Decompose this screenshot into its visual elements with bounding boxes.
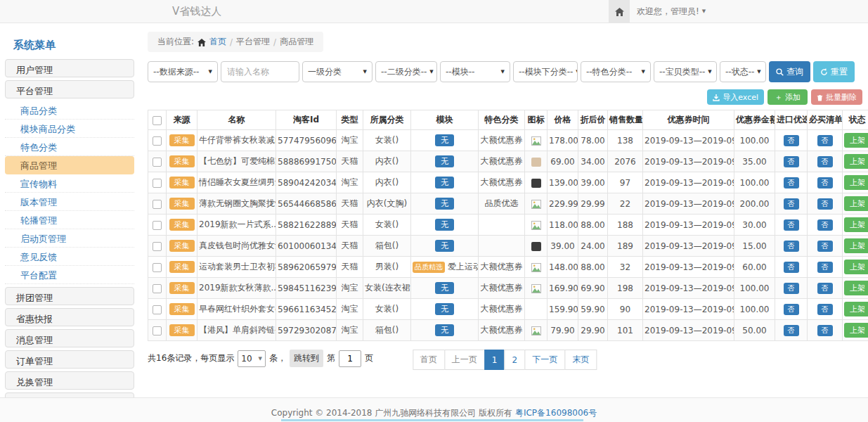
status-button[interactable]: 上架: [844, 217, 868, 232]
sidebar-item[interactable]: 特色分类: [5, 138, 134, 156]
filter-select[interactable]: --宝贝类型--▼: [654, 61, 717, 82]
import-select-toggle[interactable]: 否: [784, 135, 799, 146]
column-header: 来源: [167, 110, 197, 130]
filter-select[interactable]: --状态--▼: [720, 61, 766, 82]
page-button-首页[interactable]: 首页: [413, 350, 445, 370]
page-button-上一页[interactable]: 上一页: [444, 350, 485, 370]
reset-button[interactable]: 重置: [813, 61, 855, 82]
import-select-toggle[interactable]: 否: [784, 241, 799, 252]
sidebar-item[interactable]: 轮播管理: [5, 211, 134, 229]
jump-page-input[interactable]: [339, 350, 361, 367]
status-button[interactable]: 上架: [844, 302, 868, 316]
sidebar-item[interactable]: 版本管理: [5, 193, 134, 211]
coupon-amount: 100.00: [734, 278, 775, 299]
row-checkbox[interactable]: [153, 263, 162, 272]
product-name: 运动套装男士卫衣初秋...: [197, 257, 276, 278]
filter-select[interactable]: --模块--▼: [440, 61, 510, 82]
status-button[interactable]: 上架: [844, 323, 868, 338]
status-button[interactable]: 上架: [844, 238, 868, 253]
chevron-down-icon: ▼: [757, 69, 760, 75]
sidebar-item[interactable]: 模块商品分类: [5, 120, 134, 138]
import-select-toggle[interactable]: 否: [784, 283, 799, 294]
sidebar-item[interactable]: 宣传物料: [5, 174, 134, 193]
sidebar-section[interactable]: 省惠快报: [5, 308, 134, 326]
breadcrumb-home-link[interactable]: 首页: [209, 36, 226, 48]
sidebar-item[interactable]: 平台配置: [5, 266, 134, 284]
home-button[interactable]: [609, 0, 630, 23]
coupon-time: 2019-09-13—2019-09-17: [643, 299, 734, 320]
filter-select[interactable]: --数据来源--▼: [148, 61, 218, 82]
row-checkbox[interactable]: [153, 242, 162, 251]
table-row: 采集运动套装男士卫衣初秋...589620659791天猫男装()品质精选 爱上…: [148, 257, 868, 278]
import-select-toggle[interactable]: 否: [784, 262, 799, 273]
import-select-toggle[interactable]: 否: [784, 304, 799, 315]
page-button-2[interactable]: 2: [505, 350, 526, 370]
breadcrumb: 当前位置: 首页 / 平台管理 / 商品管理: [148, 32, 323, 52]
sidebar-section[interactable]: 用户管理: [5, 59, 134, 77]
must-buy-toggle[interactable]: 否: [817, 262, 833, 273]
price: 79.90: [548, 320, 578, 341]
page-button-1[interactable]: 1: [484, 350, 505, 370]
import-select-toggle[interactable]: 否: [784, 177, 799, 188]
search-button[interactable]: 查询: [769, 61, 810, 82]
row-checkbox[interactable]: [153, 179, 162, 188]
status-button[interactable]: 上架: [844, 175, 868, 190]
status-button[interactable]: 上架: [844, 260, 868, 274]
status-button[interactable]: 上架: [844, 196, 868, 211]
sidebar-section[interactable]: 平台管理: [5, 80, 134, 98]
sidebar-item[interactable]: 启动页管理: [5, 229, 134, 248]
image-thumbnail-icon: [531, 326, 541, 335]
must-buy-toggle[interactable]: 否: [817, 219, 833, 231]
platform-type: 淘宝: [337, 278, 363, 299]
select-all-checkbox[interactable]: [153, 116, 162, 125]
product-name: 【七色纺】可爱纯棉家...: [197, 151, 276, 172]
must-buy-toggle[interactable]: 否: [817, 135, 833, 146]
sidebar-item[interactable]: 商品管理: [5, 156, 134, 174]
page-button-下一页[interactable]: 下一页: [524, 350, 565, 370]
feature-category: [479, 236, 525, 257]
filter-select[interactable]: --模块下分类--▼: [513, 61, 578, 82]
row-checkbox[interactable]: [153, 158, 162, 167]
import-select-toggle[interactable]: 否: [784, 156, 799, 167]
sidebar-section[interactable]: 订单管理: [5, 350, 134, 369]
per-page-select[interactable]: 10▼: [238, 350, 266, 367]
import-select-toggle[interactable]: 否: [784, 219, 799, 231]
must-buy-toggle[interactable]: 否: [817, 156, 833, 167]
import-select-toggle[interactable]: 否: [784, 325, 799, 336]
source-badge: 采集: [169, 198, 195, 210]
page-button-末页[interactable]: 末页: [564, 350, 597, 370]
import-select-toggle[interactable]: 否: [784, 198, 799, 210]
sidebar-section[interactable]: 拼团管理: [5, 287, 134, 305]
row-checkbox[interactable]: [153, 136, 162, 146]
row-checkbox[interactable]: [153, 221, 162, 230]
sidebar-section[interactable]: 兑换管理: [5, 371, 134, 390]
must-buy-toggle[interactable]: 否: [817, 177, 833, 188]
row-checkbox[interactable]: [153, 326, 162, 335]
filter-select[interactable]: 一级分类▼: [302, 61, 373, 82]
icp-link[interactable]: 粤ICP备16098006号: [515, 408, 597, 418]
status-button[interactable]: 上架: [844, 133, 868, 148]
name-search-input[interactable]: [221, 61, 299, 82]
user-menu[interactable]: 欢迎您，管理员!▼: [637, 0, 706, 23]
must-buy-toggle[interactable]: 否: [817, 198, 833, 210]
sidebar-section[interactable]: 统计管理: [5, 392, 134, 397]
must-buy-toggle[interactable]: 否: [817, 325, 833, 336]
filter-select[interactable]: --二级分类--▼: [375, 61, 437, 82]
batch-delete-button[interactable]: 批量删除: [811, 89, 862, 105]
must-buy-toggle[interactable]: 否: [817, 304, 833, 315]
import-excel-button[interactable]: 导入excel: [707, 89, 764, 105]
status-button[interactable]: 上架: [844, 281, 868, 295]
jump-to-button[interactable]: 跳转到: [290, 350, 323, 367]
row-checkbox[interactable]: [153, 284, 162, 293]
add-button[interactable]: ＋ 添加: [767, 89, 808, 105]
sidebar-section[interactable]: 消息管理: [5, 329, 134, 347]
sidebar-item[interactable]: 意见反馈: [5, 248, 134, 266]
filter-select[interactable]: --特色分类--▼: [581, 61, 651, 82]
must-buy-toggle[interactable]: 否: [817, 283, 833, 294]
must-buy-toggle[interactable]: 否: [817, 241, 833, 252]
status-button[interactable]: 上架: [844, 154, 868, 169]
sidebar-item[interactable]: 商品分类: [5, 101, 134, 120]
row-checkbox[interactable]: [153, 305, 162, 314]
row-checkbox[interactable]: [153, 200, 162, 209]
price: 69.00: [548, 151, 578, 172]
